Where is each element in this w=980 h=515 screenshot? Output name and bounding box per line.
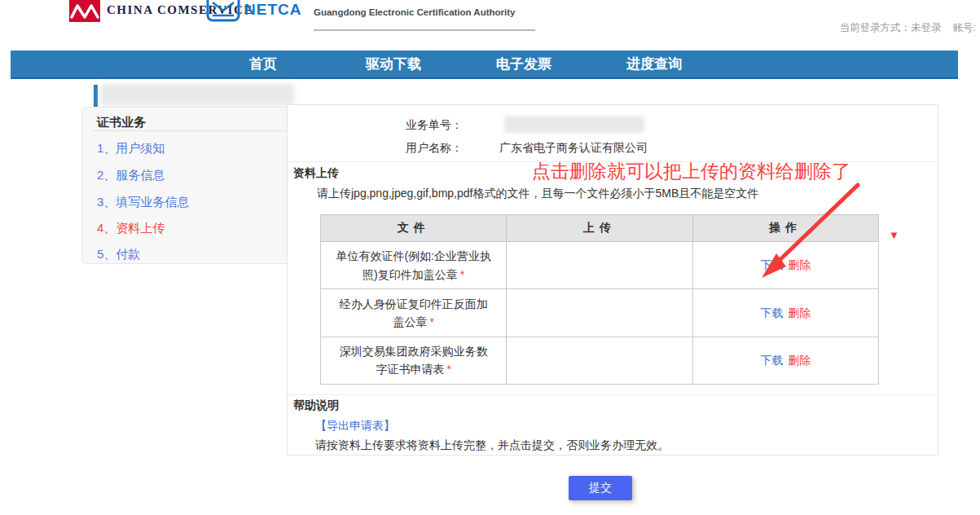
delete-link[interactable]: 删除: [788, 354, 811, 367]
upload-section-title: 资料上传: [293, 166, 339, 181]
submit-button[interactable]: 提交: [569, 476, 632, 500]
table-header-row: 文件 上传 操作: [321, 215, 879, 242]
upload-cell: [507, 337, 692, 385]
sidebar-item-user-notice[interactable]: 1、用户须知: [97, 141, 165, 156]
file-name-cell: 经办人身份证复印件正反面加盖公章*: [321, 289, 507, 337]
col-header-operation: 操作: [692, 215, 878, 242]
sidebar-item-payment[interactable]: 5、付款: [97, 247, 140, 262]
delete-link[interactable]: 删除: [788, 306, 811, 319]
download-link[interactable]: 下载: [760, 258, 783, 271]
main-content: 业务单号： 用户名称： 广东省电子商务认证有限公司 资料上传 点击删除就可以把上…: [287, 104, 938, 456]
help-section-title: 帮助说明: [293, 398, 339, 413]
operation-cell: 下载删除: [692, 242, 878, 289]
file-name: 单位有效证件(例如:企业营业执照)复印件加盖公章: [336, 249, 491, 280]
help-divider: [288, 394, 938, 395]
user-name-value: 广东省电子商务认证有限公司: [499, 141, 648, 156]
upload-cell: [507, 242, 692, 289]
red-triangle-marker: ▼: [889, 229, 899, 241]
download-link[interactable]: 下载: [760, 354, 783, 367]
user-name-label: 用户名称：: [349, 141, 463, 156]
netca-logo-icon[interactable]: [206, 0, 240, 22]
order-number-redacted-blob: [504, 116, 644, 133]
sidebar-certificate-business: 证书业务 1、用户须知 2、服务信息 3、填写业务信息 4、资料上传 5、付款: [81, 107, 300, 264]
table-row: 单位有效证件(例如:企业营业执照)复印件加盖公章* 下载删除: [321, 242, 879, 289]
sidebar-title: 证书业务: [97, 115, 146, 130]
operation-cell: 下载删除: [692, 289, 878, 337]
required-asterisk: *: [446, 363, 450, 376]
upload-instruction: 请上传jpg,png,jpeg,gif,bmp,pdf格式的文件，且每一个文件必…: [317, 187, 758, 201]
sidebar-item-fill-business-info[interactable]: 3、填写业务信息: [97, 195, 189, 210]
nav-item-e-invoice[interactable]: 电子发票: [459, 55, 589, 73]
sidebar-divider: [92, 130, 291, 131]
page: CHINA COMSERVICE NETCA Guangdong Electro…: [0, 0, 980, 515]
login-method-label: 当前登录方式：: [840, 22, 912, 33]
login-status: 当前登录方式：未登录账号:: [840, 21, 976, 35]
download-link[interactable]: 下载: [760, 306, 783, 319]
export-application-form-link[interactable]: 【导出申请表】: [315, 419, 395, 434]
page-title-redacted-blob: [100, 84, 294, 106]
file-name: 经办人身份证复印件正反面加盖公章: [340, 297, 488, 328]
col-header-file: 文件: [321, 215, 507, 242]
top-header: CHINA COMSERVICE NETCA Guangdong Electro…: [0, 0, 980, 51]
china-comservice-logo-icon[interactable]: [69, 0, 100, 22]
netca-subtitle: Guangdong Electronic Certification Autho…: [314, 7, 515, 17]
order-number-label: 业务单号：: [349, 118, 463, 133]
file-name-cell: 深圳交易集团政府采购业务数字证书申请表*: [321, 337, 507, 385]
help-note: 请按资料上传要求将资料上传完整，并点击提交，否则业务办理无效。: [315, 438, 669, 453]
file-name-cell: 单位有效证件(例如:企业营业执照)复印件加盖公章*: [321, 242, 507, 289]
main-nav: 首页 驱动下载 电子发票 进度查询: [11, 51, 958, 79]
nav-item-progress-query[interactable]: 进度查询: [589, 55, 719, 73]
required-asterisk: *: [429, 315, 433, 328]
table-row: 经办人身份证复印件正反面加盖公章* 下载删除: [321, 289, 879, 337]
zigzag-icon: [69, 0, 100, 20]
title-accent-bar: [94, 85, 98, 107]
upload-cell: [507, 289, 692, 337]
nav-item-home[interactable]: 首页: [198, 55, 328, 73]
delete-link[interactable]: 删除: [788, 258, 811, 271]
netca-wordmark[interactable]: NETCA: [244, 1, 301, 19]
table-row: 深圳交易集团政府采购业务数字证书申请表* 下载删除: [321, 337, 879, 385]
operation-cell: 下载删除: [692, 337, 878, 385]
upload-table: 文件 上传 操作 单位有效证件(例如:企业营业执照)复印件加盖公章* 下载删除 …: [320, 214, 879, 385]
sidebar-item-service-info[interactable]: 2、服务信息: [97, 168, 165, 183]
col-header-upload: 上传: [507, 215, 692, 242]
file-name: 深圳交易集团政府采购业务数字证书申请表: [340, 345, 488, 376]
account-label: 账号:: [953, 22, 976, 33]
login-status-value: 未登录: [911, 22, 942, 33]
logo-divider: [314, 29, 535, 31]
red-annotation-text: 点击删除就可以把上传的资料给删除了: [532, 159, 850, 184]
sidebar-item-upload-files[interactable]: 4、资料上传: [97, 221, 165, 236]
nav-item-driver-download[interactable]: 驱动下载: [328, 55, 459, 73]
required-asterisk: *: [460, 268, 464, 281]
